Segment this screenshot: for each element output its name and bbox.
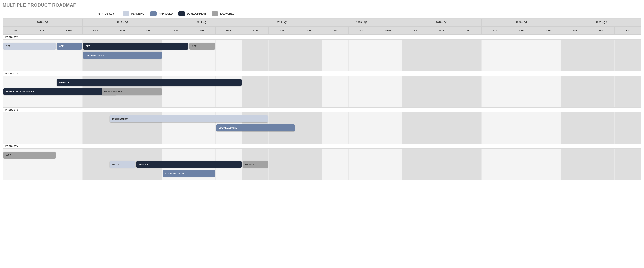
- header-months: JULAUGSEPTOCTNOVDECJANFEBMARAPRMAYJUNJUL…: [3, 27, 641, 35]
- product-label: PRODUCT 2: [3, 71, 641, 76]
- swimlane: WEBSITEMARKETING CAMPAIGN AMKTG CMPGN A: [3, 76, 641, 107]
- legend-label: APPROVED: [159, 12, 173, 15]
- gantt-bar[interactable]: WEB 2.0: [136, 161, 242, 168]
- legend-item-approved: APPROVED: [150, 11, 173, 16]
- month-header: JAN: [162, 27, 189, 35]
- quarter-header: 2019 - Q3: [322, 19, 402, 27]
- gantt-bar[interactable]: MARKETING CAMPAIGN A: [3, 88, 117, 95]
- gantt-bar[interactable]: WEB 2.0: [110, 161, 135, 168]
- product-label: PRODUCT 4: [3, 144, 641, 149]
- month-header: AUG: [349, 27, 375, 35]
- month-header: JUL: [322, 27, 349, 35]
- month-header: OCT: [83, 27, 109, 35]
- month-header: FEB: [189, 27, 215, 35]
- month-header: SEPT: [56, 27, 83, 35]
- gantt-bar[interactable]: WEB: [3, 152, 56, 159]
- quarter-header: 2018 - Q4: [83, 19, 162, 27]
- month-header: NOV: [109, 27, 136, 35]
- swatch-approved: [150, 11, 157, 16]
- month-header: MAY: [588, 27, 614, 35]
- swatch-launched: [212, 11, 218, 16]
- status-legend: STATUS KEY PLANNING APPROVED DEVELOPMENT…: [98, 11, 641, 16]
- gantt-bar[interactable]: LOCALIZED CRM: [83, 52, 162, 59]
- quarter-header: 2020 - Q2: [561, 19, 641, 27]
- month-header: OCT: [402, 27, 428, 35]
- product-label: PRODUCT 1: [3, 35, 641, 40]
- month-header: AUG: [29, 27, 56, 35]
- gantt-bar[interactable]: WEB 2.0: [243, 161, 268, 168]
- month-header: JUL: [3, 27, 29, 35]
- header-quarters: 2018 - Q32018 - Q42019 - Q12019 - Q22019…: [3, 19, 641, 27]
- month-header: MAY: [269, 27, 295, 35]
- quarter-header: 2019 - Q4: [402, 19, 482, 27]
- quarter-header: 2019 - Q2: [242, 19, 322, 27]
- month-header: DEC: [136, 27, 162, 35]
- swatch-planning: [123, 11, 129, 16]
- quarter-header: 2019 - Q1: [162, 19, 242, 27]
- quarter-header: 2020 - Q1: [482, 19, 561, 27]
- legend-label: DEVELOPMENT: [187, 12, 206, 15]
- page-title: MULTIPLE PRODUCT ROADMAP: [3, 3, 641, 8]
- month-header: DEC: [455, 27, 482, 35]
- gantt-bar[interactable]: DISTRIBUTION: [110, 115, 268, 122]
- swimlane: WEBWEB 2.0WEB 2.0WEB 2.0LOCALIZED CRM: [3, 149, 641, 180]
- month-header: JAN: [482, 27, 508, 35]
- quarter-header: 2018 - Q3: [3, 19, 83, 27]
- gantt-bar[interactable]: APP: [3, 43, 56, 50]
- roadmap-chart: 2018 - Q32018 - Q42019 - Q12019 - Q22019…: [3, 18, 641, 180]
- month-header: MAR: [216, 27, 242, 35]
- legend-item-planning: PLANNING: [123, 11, 144, 16]
- gantt-bar[interactable]: WEBSITE: [57, 79, 242, 86]
- product-label: PRODUCT 3: [3, 107, 641, 112]
- gantt-bar[interactable]: APP: [83, 43, 188, 50]
- month-header: SEPT: [375, 27, 402, 35]
- month-header: NOV: [428, 27, 455, 35]
- month-header: JUN: [615, 27, 641, 35]
- month-header: APR: [242, 27, 269, 35]
- gantt-bar[interactable]: MKTG CMPGN A: [102, 88, 162, 95]
- gantt-bar[interactable]: APP: [189, 43, 215, 50]
- month-header: MAR: [535, 27, 561, 35]
- legend-label: LAUNCHED: [220, 12, 234, 15]
- swatch-development: [178, 11, 185, 16]
- legend-label: PLANNING: [131, 12, 144, 15]
- gantt-bar[interactable]: LOCALIZED CRM: [216, 124, 295, 131]
- legend-item-development: DEVELOPMENT: [178, 11, 206, 16]
- month-header: JUN: [295, 27, 322, 35]
- month-header: APR: [561, 27, 588, 35]
- legend-item-launched: LAUNCHED: [212, 11, 234, 16]
- swimlane: DISTRIBUTIONLOCALIZED CRM: [3, 112, 641, 144]
- swimlane: APPAPPAPPAPPLOCALIZED CRM: [3, 40, 641, 71]
- gantt-bar[interactable]: LOCALIZED CRM: [163, 170, 215, 177]
- gantt-bar[interactable]: APP: [57, 43, 82, 50]
- legend-key-label: STATUS KEY: [98, 12, 114, 15]
- month-header: FEB: [508, 27, 535, 35]
